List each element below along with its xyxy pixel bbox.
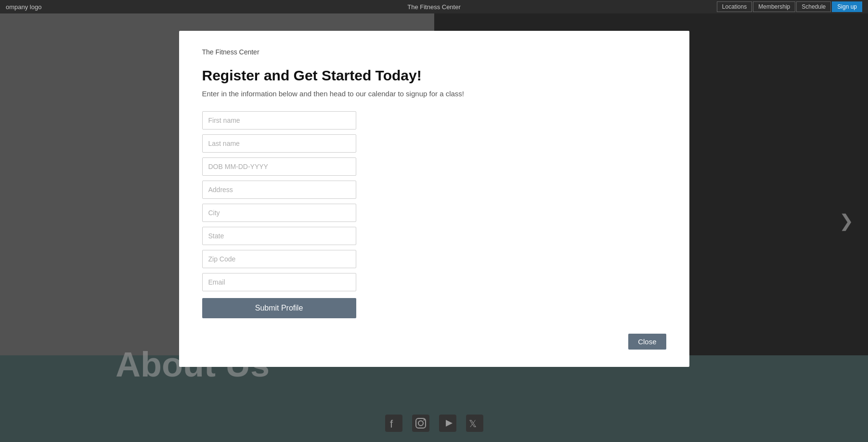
modal-subtitle: Enter in the information below and then … — [202, 90, 666, 98]
nav-membership[interactable]: Membership — [753, 1, 795, 12]
nav-locations[interactable]: Locations — [717, 1, 752, 12]
first-name-group — [202, 111, 666, 130]
city-group — [202, 204, 666, 222]
submit-group: Submit Profile — [202, 296, 666, 318]
zip-input[interactable] — [202, 250, 356, 268]
zip-group — [202, 250, 666, 268]
first-name-input[interactable] — [202, 111, 356, 130]
modal-brand: The Fitness Center — [202, 48, 666, 56]
email-group — [202, 273, 666, 291]
company-logo: ompany logo — [6, 3, 41, 11]
state-group — [202, 227, 666, 245]
city-input[interactable] — [202, 204, 356, 222]
address-group — [202, 181, 666, 199]
modal-title: Register and Get Started Today! — [202, 67, 666, 84]
close-button[interactable]: Close — [628, 334, 666, 350]
state-input[interactable] — [202, 227, 356, 245]
email-input[interactable] — [202, 273, 356, 291]
navbar-links: Locations Membership Schedule Sign up — [717, 1, 862, 12]
modal-footer: Close — [202, 334, 666, 350]
dob-group — [202, 157, 666, 176]
address-input[interactable] — [202, 181, 356, 199]
navbar: ompany logo The Fitness Center Locations… — [0, 0, 868, 13]
last-name-input[interactable] — [202, 134, 356, 153]
nav-schedule[interactable]: Schedule — [796, 1, 831, 12]
last-name-group — [202, 134, 666, 153]
nav-signup[interactable]: Sign up — [832, 1, 862, 12]
register-modal: The Fitness Center Register and Get Star… — [179, 31, 689, 367]
dob-input[interactable] — [202, 157, 356, 176]
submit-button[interactable]: Submit Profile — [202, 298, 356, 318]
navbar-title: The Fitness Center — [407, 3, 461, 11]
